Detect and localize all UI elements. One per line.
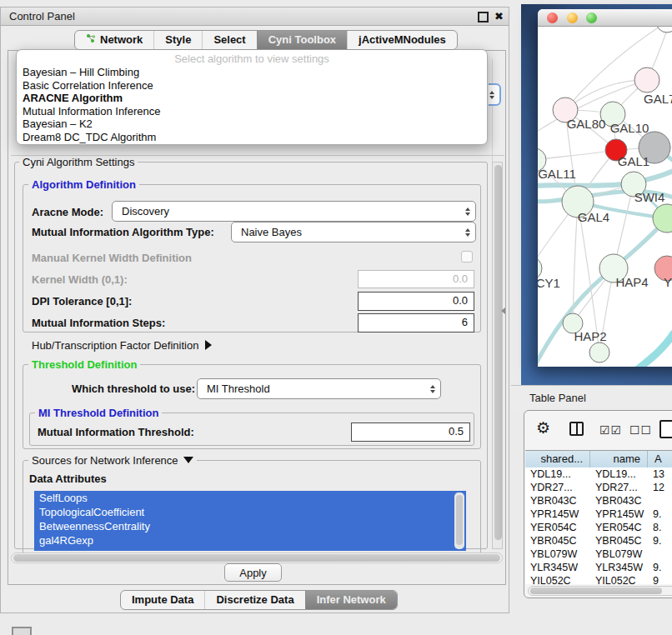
- select-all-checkboxes-icon[interactable]: ☑☑: [599, 423, 622, 437]
- algorithm-option[interactable]: ARACNE Algorithm: [17, 92, 487, 105]
- aracne-mode-combobox[interactable]: Discovery: [112, 201, 476, 222]
- tab-label: Cyni Toolbox: [268, 33, 336, 46]
- minimized-panel-icon[interactable]: [12, 627, 32, 635]
- attributes-scrollbar[interactable]: [454, 492, 464, 549]
- algorithm-option[interactable]: Dream8 DC_TDC Algorithm: [17, 131, 487, 144]
- data-attribute-item[interactable]: TopologicalCoefficient: [34, 505, 466, 519]
- table-cell: [648, 494, 672, 508]
- bottom-tab-discretize-data[interactable]: Discretize Data: [204, 591, 304, 609]
- table-cell: YBR043C: [525, 494, 590, 508]
- manual-kernel-label: Manual Kernel Width Definition: [32, 252, 192, 264]
- table-column-header[interactable]: shared...: [525, 451, 590, 468]
- settings-horizontal-scrollbar[interactable]: [11, 552, 503, 563]
- table-panel-title: Table Panel: [511, 385, 672, 410]
- which-threshold-label: Which threshold to use:: [72, 382, 195, 395]
- tab-jactivemnodules[interactable]: jActiveMNodules: [347, 31, 457, 49]
- sources-title-label: Sources for Network Inference: [32, 454, 178, 467]
- table-cell: YLR345W: [590, 561, 648, 574]
- sources-title[interactable]: Sources for Network Inference: [28, 454, 197, 467]
- network-node-label: GAL80: [567, 117, 606, 131]
- table-row[interactable]: YDR27...YDR27...12: [525, 481, 672, 494]
- table-horizontal-scrollbar[interactable]: [528, 586, 672, 596]
- table-column-header[interactable]: name: [590, 451, 648, 468]
- tab-network[interactable]: Network: [75, 31, 153, 49]
- table-row[interactable]: YBR043CYBR043C: [525, 494, 672, 508]
- network-node[interactable]: [656, 27, 672, 32]
- tab-cyni-toolbox[interactable]: Cyni Toolbox: [257, 31, 347, 49]
- bottom-tabbar: Impute DataDiscretize DataInfer Network: [120, 590, 398, 610]
- data-attribute-item[interactable]: gal4RGexp: [34, 533, 466, 548]
- mi-threshold-field[interactable]: 0.5: [351, 422, 470, 442]
- table-row[interactable]: YBR045CYBR045C9.: [525, 534, 672, 548]
- tab-label: Select: [213, 33, 245, 46]
- hub-definition-label: Hub/Transcription Factor Definition: [32, 339, 198, 352]
- which-threshold-combobox[interactable]: MI Threshold: [197, 378, 441, 399]
- tab-label: jActiveMNodules: [359, 33, 446, 46]
- tab-style[interactable]: Style: [153, 31, 202, 49]
- float-window-icon[interactable]: [478, 12, 489, 22]
- network-node-label: Y: [664, 275, 672, 289]
- table-cell: 12: [648, 481, 672, 494]
- network-window-titlebar[interactable]: [538, 9, 672, 27]
- close-traffic-light-icon[interactable]: [547, 12, 558, 23]
- network-view-window[interactable]: GAL7GAL80GAL10GAL1GAL11GAL4SWI4GCY1HAP4Y…: [538, 9, 672, 367]
- stepper-icon: [489, 91, 494, 99]
- table-cell: YBR045C: [525, 534, 590, 548]
- mi-type-value: Naive Bayes: [241, 226, 302, 238]
- algorithm-option[interactable]: Bayesian – K2: [17, 118, 487, 131]
- gear-icon[interactable]: ⚙: [536, 418, 550, 437]
- network-node-label: GAL7: [644, 92, 672, 106]
- table-row[interactable]: YLR345WYLR345W9.: [525, 561, 672, 574]
- table-row[interactable]: YBL079WYBL079W: [525, 548, 672, 561]
- data-attribute-item[interactable]: BetweennessCentrality: [34, 519, 466, 533]
- table-row[interactable]: YIL052CYIL052C9: [525, 574, 672, 584]
- expand-arrow-icon: [205, 340, 212, 350]
- data-attributes-list[interactable]: SelfLoopsTopologicalCoefficientBetweenne…: [34, 491, 466, 551]
- splitter-collapse-icon[interactable]: [501, 308, 505, 314]
- control-panel: Control Panel ✖ NetworkStyleSelectCyni T…: [0, 7, 509, 613]
- table-row[interactable]: YER054CYER054C8.: [525, 521, 672, 534]
- algorithm-option[interactable]: Bayesian – Hill Climbing: [17, 66, 487, 79]
- table-cell: YIL052C: [590, 574, 648, 584]
- tab-label: Impute Data: [132, 593, 193, 606]
- algorithm-option[interactable]: Basic Correlation Inference: [17, 79, 487, 92]
- table-cell: YBL079W: [525, 548, 590, 561]
- hub-definition-toggle[interactable]: Hub/Transcription Factor Definition: [32, 339, 212, 352]
- network-node[interactable]: [589, 342, 609, 362]
- close-icon[interactable]: ✖: [494, 10, 504, 22]
- algorithm-option[interactable]: Mutual Information Inference: [17, 105, 487, 118]
- settings-vertical-scrollbar[interactable]: [492, 162, 503, 549]
- bottom-tab-infer-network[interactable]: Infer Network: [305, 591, 397, 609]
- zoom-traffic-light-icon[interactable]: [586, 12, 597, 23]
- bottom-tab-impute-data[interactable]: Impute Data: [121, 591, 204, 609]
- table-column-header[interactable]: A: [648, 451, 672, 468]
- table-row[interactable]: YDL19...YDL19...13: [525, 468, 672, 481]
- mi-steps-field[interactable]: 6: [358, 313, 474, 332]
- columns-icon[interactable]: [569, 422, 584, 436]
- kernel-width-field[interactable]: 0.0: [358, 270, 474, 288]
- mi-type-combobox[interactable]: Naive Bayes: [231, 222, 476, 242]
- minimize-traffic-light-icon[interactable]: [567, 12, 578, 23]
- data-attribute-item[interactable]: SelfLoops: [34, 491, 466, 505]
- network-canvas[interactable]: GAL7GAL80GAL10GAL1GAL11GAL4SWI4GCY1HAP4Y…: [538, 27, 672, 367]
- table-cell: YBL079W: [590, 548, 648, 561]
- popup-placeholder: Select algorithm to view settings: [17, 52, 487, 66]
- table-panel-window: ⚙ ☑☑ ☐☐ shared...nameA YDL19...YDL19...1…: [524, 410, 672, 598]
- network-node-gal7[interactable]: [634, 68, 659, 92]
- mi-steps-label: Mutual Information Steps:: [32, 317, 165, 329]
- deselect-all-checkboxes-icon[interactable]: ☐☐: [629, 423, 652, 437]
- apply-button[interactable]: Apply: [224, 563, 282, 582]
- dpi-tolerance-field[interactable]: 0.0: [358, 292, 474, 311]
- manual-kernel-checkbox[interactable]: [461, 251, 473, 262]
- table-cell: YIL052C: [525, 574, 590, 584]
- algorithm-combobox-fragment[interactable]: [489, 83, 501, 106]
- tab-select[interactable]: Select: [202, 31, 256, 49]
- network-node-label: HAP2: [574, 329, 606, 343]
- table-row[interactable]: YPR145WYPR145W9.: [525, 508, 672, 521]
- network-edge[interactable]: [538, 150, 616, 160]
- table-cell: YLR345W: [525, 561, 590, 574]
- function-builder-icon[interactable]: [659, 420, 672, 438]
- network-edge[interactable]: [623, 333, 672, 367]
- dpi-tolerance-label: DPI Tolerance [0,1]:: [32, 295, 132, 308]
- panel-tabbar: NetworkStyleSelectCyni ToolboxjActiveMNo…: [74, 30, 458, 50]
